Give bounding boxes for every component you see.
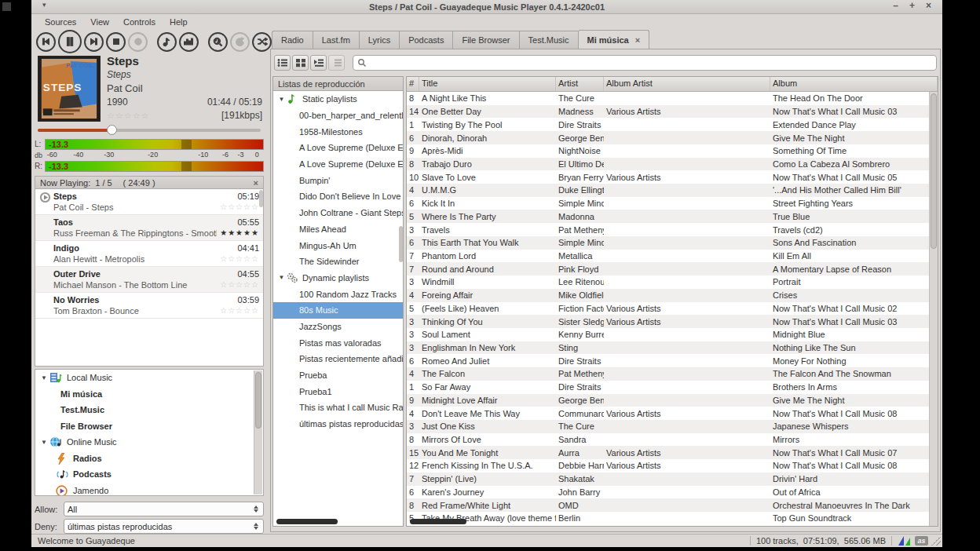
table-row[interactable]: 15You And Me TonightAurraVarious Artists…: [407, 446, 929, 459]
table-row[interactable]: 6Dinorah, DinorahGeorge BensGive Me The …: [407, 131, 929, 144]
star-icon[interactable]: ☆: [133, 111, 141, 120]
volume-button[interactable]: [157, 32, 177, 52]
tab-podcasts[interactable]: Podcasts: [399, 31, 452, 49]
playlist-item[interactable]: 100 Random Jazz Tracks: [273, 286, 403, 302]
now-playing-item-rating[interactable]: ☆☆☆☆☆: [220, 305, 259, 316]
star-icon[interactable]: ☆: [236, 203, 243, 211]
playlist-item[interactable]: Miles Ahead: [273, 221, 403, 238]
sources-tree-scrollbar[interactable]: [254, 370, 262, 494]
table-row[interactable]: 6Kick It InSimple MindsStreet Fighting Y…: [407, 197, 929, 210]
star-icon[interactable]: ☆: [243, 280, 251, 289]
table-row[interactable]: 4U.M.M.GDuke Ellingto'...And His Mother …: [407, 184, 929, 197]
playlists-hscrollbar[interactable]: [276, 519, 338, 524]
star-icon[interactable]: ★: [251, 228, 259, 237]
sidebar-item-podcasts[interactable]: Podcasts: [35, 466, 263, 483]
table-row[interactable]: 4Foreing AffairMike OldfieldCrises: [407, 289, 929, 302]
expander-icon[interactable]: ▼: [276, 274, 287, 281]
close-button[interactable]: ×: [926, 0, 931, 11]
sidebar-item-online-music[interactable]: ▼Online Music: [35, 434, 263, 451]
star-icon[interactable]: ★: [236, 228, 243, 237]
sidebar-item-file-browser[interactable]: File Browser: [35, 418, 263, 435]
pause-button[interactable]: [58, 30, 82, 53]
table-row[interactable]: 8Trabajo DuroEl Ultimo De LComo La Cabez…: [407, 158, 929, 171]
expander-icon[interactable]: ▼: [276, 96, 287, 103]
star-icon[interactable]: ☆: [251, 306, 259, 315]
menu-controls[interactable]: Controls: [116, 16, 163, 28]
star-icon[interactable]: ☆: [228, 280, 236, 289]
star-icon[interactable]: ☆: [251, 254, 259, 263]
table-row[interactable]: 8A Night Like ThisThe CureThe Head On Th…: [407, 92, 929, 105]
star-icon[interactable]: ☆: [243, 306, 251, 315]
playlist-item[interactable]: ▼Static playlists: [273, 91, 403, 108]
tab-close-icon[interactable]: ×: [635, 35, 640, 45]
table-row[interactable]: 10Slave To LoveBryan FerryVarious Artist…: [407, 170, 929, 184]
star-icon[interactable]: ★: [228, 228, 236, 237]
tab-last-fm[interactable]: Last.fm: [313, 31, 359, 49]
playlists-scrollbar[interactable]: [399, 226, 403, 262]
now-playing-item-rating[interactable]: ★★★★★: [220, 228, 259, 239]
playlist-item[interactable]: Bumpin': [273, 172, 403, 188]
star-icon[interactable]: ☆: [236, 280, 243, 289]
sidebar-item-mi-m-sica[interactable]: Mi música: [35, 386, 263, 403]
table-row[interactable]: 4Don't Leave Me This WayCommunardsVariou…: [407, 407, 929, 420]
expander-icon[interactable]: ▼: [38, 374, 49, 381]
playlist-item[interactable]: Pistas mas valoradas: [273, 334, 403, 351]
star-icon[interactable]: ☆: [228, 254, 236, 263]
table-row[interactable]: 3Englishman In New YorkStingNothing Like…: [407, 341, 929, 355]
table-row[interactable]: 1Twisting By The PoolDire StraitsExtende…: [407, 118, 929, 131]
tab-lyrics[interactable]: Lyrics: [359, 31, 399, 49]
sidebar-item-radios[interactable]: Radios: [35, 451, 263, 467]
equalizer-button[interactable]: [179, 32, 199, 52]
playlist-item[interactable]: Mingus-Ah Um: [273, 237, 403, 254]
star-icon[interactable]: ☆: [115, 111, 124, 120]
menu-view[interactable]: View: [83, 16, 116, 28]
star-icon[interactable]: ☆: [243, 254, 251, 263]
smart-play-button[interactable]: [208, 32, 228, 52]
playlist-item[interactable]: Dido Don't Believe In Love Lista: [273, 188, 403, 205]
next-button[interactable]: [84, 32, 104, 52]
search-input[interactable]: [367, 58, 932, 68]
star-icon[interactable]: ☆: [251, 280, 259, 289]
resize-grip[interactable]: [931, 536, 941, 546]
sidebar-item-jamendo[interactable]: Jamendo: [35, 483, 263, 497]
column-header-album[interactable]: Album: [770, 77, 938, 91]
now-playing-item[interactable]: TaosRuss Freeman & The Rippingtons - Smo…: [35, 215, 263, 241]
table-row[interactable]: 3Thinking Of YouSister SledgeVarious Art…: [407, 315, 929, 328]
menu-sources[interactable]: Sources: [38, 16, 83, 28]
table-row[interactable]: 7Round and AroundPink FloydA Momentary L…: [407, 262, 929, 276]
allow-filter-select[interactable]: All: [64, 502, 264, 516]
star-icon[interactable]: ☆: [220, 203, 228, 211]
table-row[interactable]: 1So Far AwayDire StraitsBrothers In Arms: [407, 381, 929, 394]
table-row[interactable]: 7Phantom LordMetallicaKill Em All: [407, 250, 929, 263]
star-icon[interactable]: ☆: [220, 306, 228, 315]
column-header-artist[interactable]: Artist: [556, 77, 604, 91]
window-menu-icon[interactable]: ▾: [42, 1, 46, 9]
shuffle-button[interactable]: [252, 32, 272, 52]
now-playing-item-rating[interactable]: ☆☆☆☆☆: [220, 279, 259, 290]
table-row[interactable]: 12French Kissing In The U.S.A.Debbie Har…: [407, 459, 929, 473]
stop-button[interactable]: [106, 32, 126, 52]
tab-radio[interactable]: Radio: [272, 31, 313, 49]
table-row[interactable]: 3TravelsPat MethenyTravels (cd2): [407, 223, 929, 236]
playlist-item[interactable]: JazzSongs: [273, 319, 403, 335]
progress-slider[interactable]: [38, 126, 261, 135]
now-playing-close-icon[interactable]: ×: [254, 178, 258, 188]
column-header-title[interactable]: Title: [419, 77, 556, 91]
playlist-item[interactable]: 00-ben_harper_and_relentless7: [273, 108, 403, 124]
column-header-album-artist[interactable]: Album Artist: [604, 77, 770, 91]
now-playing-item-rating[interactable]: ☆☆☆☆☆: [220, 202, 259, 213]
table-row[interactable]: 4The FalconPat Metheny (The Falcon And T…: [407, 367, 929, 381]
table-row[interactable]: 8Red Frame/White LightOMDOrchestral Mano…: [407, 498, 929, 512]
sidebar-item-test-music[interactable]: Test.Music: [35, 402, 263, 418]
table-row[interactable]: 9Après-MidiNightNoiseSomething Of Time: [407, 144, 929, 158]
tab-mi-m-sica[interactable]: Mi música×: [578, 30, 650, 49]
star-icon[interactable]: ☆: [107, 111, 115, 120]
playlist-item[interactable]: Prueba: [273, 367, 403, 384]
covers-view-button[interactable]: [292, 55, 309, 71]
title-bar[interactable]: ▾ Steps / Pat Coil - Guayadeque Music Pl…: [31, 0, 942, 14]
track-table-hscrollbar[interactable]: [410, 519, 466, 524]
spinner-icon[interactable]: [254, 505, 260, 513]
table-row[interactable]: 7Steppin' (Live)ShakatakDrivin' Hard: [407, 473, 929, 486]
table-row[interactable]: 5Where Is The PartyMadonnaTrue Blue: [407, 210, 929, 223]
minimize-button[interactable]: –: [893, 0, 898, 11]
